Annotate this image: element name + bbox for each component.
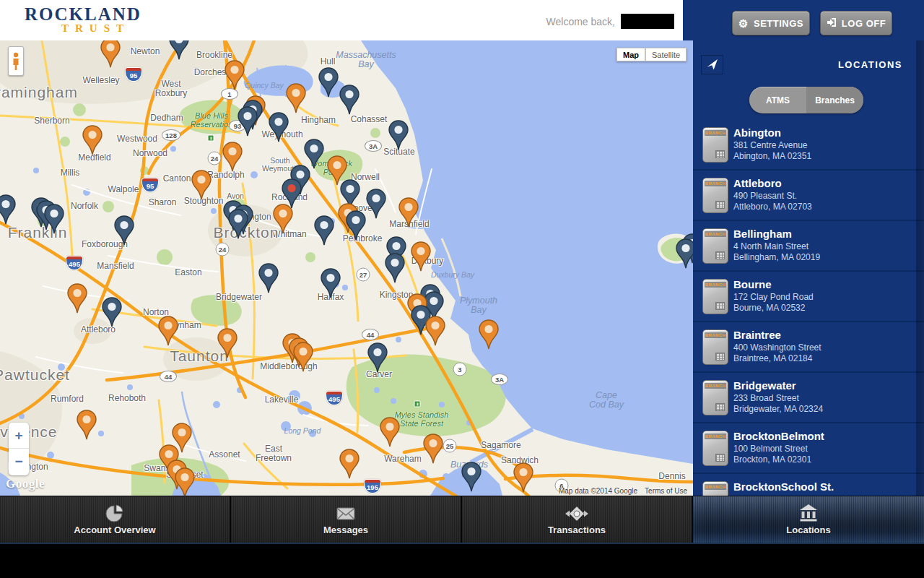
- map-pin[interactable]: [365, 189, 387, 219]
- map-pin[interactable]: [43, 204, 65, 234]
- map-pin[interactable]: [222, 142, 243, 172]
- location-address: 172 Clay Pond RoadBourne, MA 02532: [733, 292, 814, 314]
- location-name: Braintree: [733, 329, 781, 341]
- nav-locations[interactable]: Locations: [693, 496, 924, 543]
- map-pin[interactable]: [461, 462, 482, 492]
- map-pin[interactable]: [320, 268, 341, 298]
- map-type-map-button[interactable]: Map: [616, 48, 645, 61]
- transfer-icon: [565, 502, 589, 522]
- map-pin[interactable]: [258, 263, 279, 293]
- street-view-pegman[interactable]: [8, 46, 24, 76]
- map-pin[interactable]: [398, 197, 419, 228]
- location-name: Attleboro: [733, 177, 782, 189]
- map-pin[interactable]: [157, 316, 179, 346]
- map-pin[interactable]: [339, 85, 360, 115]
- nav-label: Transactions: [548, 525, 606, 535]
- location-list-item[interactable]: BRANCHBourne172 Clay Pond RoadBourne, MA…: [693, 272, 924, 322]
- location-name: Bellingham: [733, 228, 792, 240]
- nav-account-overview[interactable]: Account Overview: [0, 496, 231, 543]
- logoff-icon: [827, 17, 837, 30]
- location-list-item[interactable]: BRANCHBrocktonBelmont100 Belmont StreetB…: [693, 423, 924, 474]
- map-pin[interactable]: [367, 342, 388, 373]
- logoff-button[interactable]: LOG OFF: [820, 11, 892, 35]
- map-pin[interactable]: [168, 40, 190, 60]
- location-name: BrocktonBelmont: [733, 430, 824, 442]
- envelope-icon: [335, 502, 357, 522]
- map-pin[interactable]: [478, 319, 500, 350]
- location-list-item[interactable]: BRANCHBellingham4 North Main StreetBelli…: [693, 221, 924, 272]
- map-pin[interactable]: [217, 328, 238, 358]
- location-address: 233 Broad StreetBridgewater, MA 02324: [733, 393, 823, 415]
- map-pin[interactable]: [675, 238, 693, 269]
- map-pin[interactable]: [292, 342, 314, 372]
- settings-button[interactable]: ⚙ SETTINGS: [732, 11, 810, 35]
- pegman-icon: [11, 52, 21, 71]
- branch-icon-label: BRANCH: [705, 231, 726, 237]
- branch-icon-grid: [715, 150, 725, 158]
- location-list-item[interactable]: BRANCHBrocktonSchool St.: [693, 474, 924, 496]
- location-list-item[interactable]: BRANCHBridgewater233 Broad StreetBridgew…: [693, 373, 924, 423]
- sidebar-title: LOCATIONS: [838, 59, 902, 70]
- sidebar-scrollbar[interactable]: [916, 40, 924, 496]
- tab-atms[interactable]: ATMS: [749, 87, 806, 113]
- map-pin[interactable]: [268, 112, 289, 142]
- map-pin[interactable]: [285, 83, 307, 113]
- map-type-satellite-button[interactable]: Satellite: [645, 48, 687, 61]
- map-pin[interactable]: [384, 253, 406, 283]
- location-list-item[interactable]: BRANCHAbington381 Centre AvenueAbington,…: [693, 120, 924, 171]
- app-window: ROCKLAND TRUST Welcome back, ⚙ SETTINGS …: [0, 0, 924, 578]
- map-pin[interactable]: [66, 283, 88, 314]
- map-pin[interactable]: [424, 316, 446, 346]
- welcome-text: Welcome back,: [520, 16, 615, 27]
- location-address: 381 Centre AvenueAbington, MA 02351: [733, 140, 811, 162]
- logoff-label: LOG OFF: [842, 18, 886, 29]
- zoom-control: + −: [9, 423, 29, 475]
- park-marker-icon: [208, 135, 214, 142]
- branch-icon-grid: [715, 454, 725, 462]
- nav-messages[interactable]: Messages: [231, 496, 462, 543]
- location-list-item[interactable]: BRANCHAttleboro490 Pleasant St.Attleboro…: [693, 171, 924, 221]
- location-name: Abington: [733, 126, 781, 139]
- map-pin[interactable]: [0, 194, 17, 225]
- nav-label: Locations: [786, 525, 830, 535]
- map-pin[interactable]: [388, 120, 409, 150]
- zoom-out-button[interactable]: −: [9, 449, 29, 475]
- map-pin[interactable]: [113, 215, 135, 246]
- map-pin[interactable]: [513, 462, 534, 493]
- map-pin[interactable]: [345, 210, 367, 241]
- map-pin[interactable]: [82, 125, 103, 155]
- branch-icon: BRANCH: [702, 329, 728, 365]
- terms-of-use-link[interactable]: Terms of Use: [645, 487, 687, 495]
- branch-icon: BRANCH: [702, 178, 728, 213]
- map-pin[interactable]: [272, 204, 294, 234]
- branch-icon: BRANCH: [702, 228, 728, 264]
- zoom-in-button[interactable]: +: [9, 423, 29, 449]
- map-pin[interactable]: [76, 410, 97, 440]
- nav-label: Messages: [323, 525, 368, 535]
- location-arrow-icon: [706, 59, 718, 71]
- my-location-button[interactable]: [701, 55, 723, 74]
- tab-branches[interactable]: Branches: [806, 87, 863, 113]
- map-pin[interactable]: [379, 417, 401, 447]
- gear-icon: ⚙: [738, 18, 749, 29]
- map-canvas[interactable]: WellesleyNewtonBrooklineDorchesterFramin…: [0, 40, 693, 496]
- branch-icon-grid: [715, 251, 725, 259]
- map-pin[interactable]: [101, 297, 123, 327]
- locations-sidebar: LOCATIONS ATMS Branches BRANCHAbington38…: [693, 40, 924, 496]
- map-pin[interactable]: [410, 241, 432, 272]
- map-pin[interactable]: [191, 170, 212, 200]
- location-list-item[interactable]: BRANCHBraintree400 Washington StreetBrai…: [693, 322, 924, 373]
- map-pin[interactable]: [313, 215, 335, 246]
- map-pin[interactable]: [224, 60, 245, 90]
- map-pin[interactable]: [227, 209, 249, 239]
- map-pin[interactable]: [339, 449, 360, 479]
- map-pin[interactable]: [100, 40, 121, 68]
- map-pin[interactable]: [318, 67, 339, 98]
- map-pin[interactable]: [422, 434, 444, 464]
- location-name: Bourne: [733, 278, 772, 290]
- nav-transactions[interactable]: Transactions: [462, 496, 693, 543]
- locations-list[interactable]: BRANCHAbington381 Centre AvenueAbington,…: [693, 120, 924, 496]
- branch-icon-label: BRANCH: [705, 282, 726, 288]
- map-pin[interactable]: [237, 106, 258, 137]
- map-pin[interactable]: [174, 467, 196, 496]
